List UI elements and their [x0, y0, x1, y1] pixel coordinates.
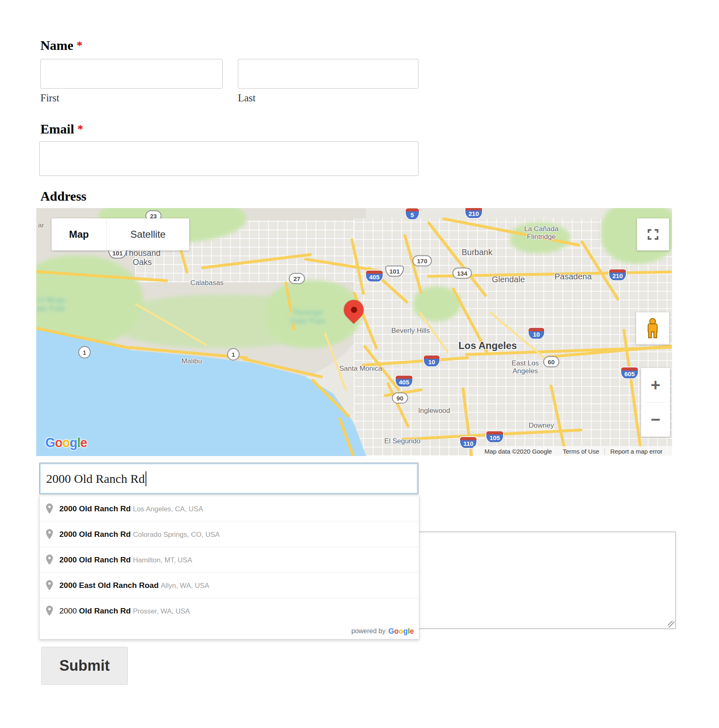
route-shield-10: 10 — [528, 327, 545, 340]
first-sublabel: First — [40, 92, 59, 104]
autocomplete-suggestion[interactable]: 2000 Old Ranch Rd Prosser, WA, USA — [40, 598, 419, 623]
last-sublabel: Last — [238, 92, 256, 104]
autocomplete-list: 2000 Old Ranch Rd Los Angeles, CA, USA 2… — [40, 496, 419, 623]
report-map-error-link[interactable]: Report a map error — [605, 448, 668, 455]
map-label: El Segundo — [384, 437, 421, 445]
zoom-in-button[interactable]: + — [641, 368, 670, 402]
submit-button[interactable]: Submit — [41, 647, 128, 685]
route-shield-210: 210 — [464, 208, 483, 219]
route-shield-605: 605 — [620, 367, 639, 379]
map-type-control: Map Satellite — [52, 218, 189, 250]
route-shield-1: 1 — [78, 346, 91, 358]
route-shield-170: 170 — [412, 255, 432, 267]
required-asterisk: * — [77, 39, 82, 51]
terms-of-use-link[interactable]: Terms of Use — [557, 448, 604, 455]
powered-by-text: powered by — [351, 627, 385, 635]
map-label: Burbank — [462, 248, 493, 257]
autocomplete-footer: powered by Google — [40, 623, 419, 639]
address-label: Address — [40, 189, 86, 204]
pegman-icon — [646, 318, 659, 339]
zoom-out-button[interactable]: − — [641, 403, 670, 437]
autocomplete-suggestion[interactable]: 2000 Old Ranch Rd Los Angeles, CA, USA — [40, 496, 419, 521]
map-label: Downey — [529, 421, 554, 429]
map-data-credit: Map data ©2020 Google — [479, 448, 557, 455]
location-pin-icon — [45, 503, 54, 515]
map-label: La Cañada Flintridge — [524, 225, 558, 241]
map-view-button[interactable]: Map — [52, 218, 106, 250]
map-label: Pasadena — [555, 272, 592, 281]
location-pin-icon — [45, 580, 54, 591]
map-label: Topanga State Park — [289, 308, 326, 325]
address-autocomplete-dropdown: 2000 Old Ranch Rd Los Angeles, CA, USA 2… — [39, 496, 419, 639]
route-shield-27: 27 — [289, 273, 305, 284]
route-shield-90: 90 — [392, 393, 408, 404]
map-label: Glendale — [492, 275, 525, 284]
autocomplete-suggestion[interactable]: 2000 Old Ranch Rd Colorado Springs, CO, … — [40, 521, 419, 547]
google-wordmark[interactable]: Google — [45, 435, 87, 450]
map-label: East Los Angeles — [512, 359, 539, 375]
fullscreen-button[interactable] — [637, 218, 669, 250]
location-pin-icon — [45, 605, 54, 617]
name-label: Name* — [40, 38, 82, 53]
map-attribution: Map data ©2020 Google Terms of Use Repor… — [473, 446, 672, 456]
route-shield-101: 101 — [385, 266, 404, 277]
route-shield-405: 405 — [365, 270, 383, 283]
address-input[interactable]: 2000 Old Ranch Rd — [39, 463, 418, 494]
google-map[interactable]: arThousand OaksCalabasasint Mugu ate Par… — [36, 208, 672, 456]
first-name-input[interactable] — [40, 59, 223, 89]
route-shield-105: 105 — [485, 431, 504, 443]
email-input[interactable] — [39, 141, 418, 176]
map-label: ar — [38, 221, 44, 229]
route-shield-5: 5 — [405, 208, 420, 220]
autocomplete-suggestion[interactable]: 2000 Old Ranch Rd Hamilton, MT, USA — [40, 547, 419, 572]
route-shield-60: 60 — [543, 356, 559, 368]
resize-handle-icon[interactable] — [668, 621, 674, 627]
required-asterisk: * — [78, 122, 83, 135]
route-shield-405: 405 — [395, 375, 413, 388]
last-name-input[interactable] — [238, 59, 418, 89]
fullscreen-icon — [647, 228, 659, 241]
address-input-value: 2000 Old Ranch Rd — [46, 472, 145, 486]
location-pin-icon — [45, 554, 54, 566]
map-label: Inglewood — [418, 407, 450, 414]
map-label: Calabasas — [190, 279, 223, 287]
route-shield-1: 1 — [227, 348, 240, 360]
route-shield-134: 134 — [452, 268, 472, 279]
map-label: Santa Monica — [339, 365, 382, 372]
email-label: Email* — [40, 122, 83, 137]
map-label: int Mugu ate Park — [36, 295, 66, 313]
map-label: Los Angeles — [458, 340, 517, 351]
pegman-button[interactable] — [636, 312, 669, 344]
route-shield-210: 210 — [608, 269, 627, 281]
autocomplete-suggestion[interactable]: 2000 East Old Ranch Road Allyn, WA, USA — [40, 572, 419, 598]
location-pin-icon — [45, 529, 54, 540]
text-caret — [146, 471, 146, 486]
form-page: Name* First Last Email* Address — [0, 0, 719, 728]
google-wordmark: Google — [388, 627, 414, 636]
map-label: Beverly Hills — [391, 327, 430, 335]
satellite-view-button[interactable]: Satellite — [106, 218, 189, 250]
zoom-control: + − — [641, 368, 670, 437]
route-shield-10: 10 — [423, 355, 440, 368]
map-label: Thousand Oaks — [124, 248, 161, 267]
map-label: Malibu — [181, 357, 202, 365]
